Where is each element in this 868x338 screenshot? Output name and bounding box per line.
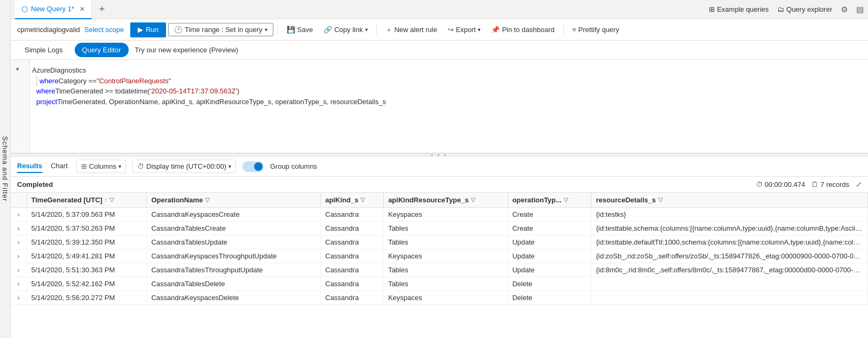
schema-filter-label: Schema and Filter [1, 136, 9, 202]
cell-apires-1: Tables [384, 222, 508, 235]
results-area: Results Chart ⊞ Columns ▾ ⏱ Display time… [11, 156, 868, 338]
add-tab-button[interactable]: + [94, 2, 110, 18]
select-scope-button[interactable]: Select scope [84, 26, 124, 34]
code-project-rest: TimeGenerated, OperationName, apiKind_s,… [57, 97, 386, 107]
filter-icon-0[interactable]: ▽ [109, 196, 114, 203]
toolbar-divider-1 [278, 25, 278, 35]
cell-op-3: CassandraKeyspacesThroughputUpdate [147, 249, 321, 263]
cell-api-5: Cassandra [321, 277, 384, 291]
panel-toggle-icon[interactable]: ▤ [856, 5, 864, 14]
run-button[interactable]: ▶ Run [130, 22, 166, 37]
row-expand-0[interactable]: › [11, 208, 27, 222]
tab-new-query[interactable]: ⬡ New Query 1* ✕ [15, 0, 92, 19]
export-icon: ↪ [448, 26, 454, 34]
results-table: TimeGenerated [UTC] ↑ ▽ OperationName ▽ [11, 193, 868, 305]
display-time-label: Display time (UTC+00:00) [146, 162, 226, 170]
example-queries-btn[interactable]: ⊞ Example queries [709, 5, 769, 13]
cell-res-3: {id:zoSb_,rid:zoSb_,self:offers/zoSb/,_t… [591, 249, 868, 263]
cell-optype-0: Create [508, 208, 591, 222]
table-row: › 5/14/2020, 5:39:12.350 PM CassandraTab… [11, 235, 868, 249]
cell-op-6: CassandraKeyspacesDelete [147, 291, 321, 305]
run-icon: ▶ [138, 26, 143, 34]
results-table-container: TimeGenerated [UTC] ↑ ▽ OperationName ▽ [11, 193, 868, 338]
pin-button[interactable]: 📌 Pin to dashboard [487, 23, 558, 36]
filter-icon-3[interactable]: ▽ [471, 196, 475, 203]
code-where-1-str: "ControlPlaneRequests" [97, 76, 171, 87]
example-queries-label: Example queries [717, 5, 769, 13]
code-line-1: AzureDiagnostics [32, 65, 862, 76]
filter-icon-4[interactable]: ▽ [564, 196, 568, 203]
time-range-label: Time range : Set in query [185, 26, 262, 34]
row-expand-4[interactable]: › [11, 263, 27, 277]
sort-icon[interactable]: ↑ [105, 197, 107, 203]
query-editor-area[interactable]: ▾ AzureDiagnostics where Category == "Co… [11, 60, 868, 153]
filter-icon-1[interactable]: ▽ [205, 196, 209, 203]
link-icon: 🔗 [323, 26, 332, 34]
new-alert-button[interactable]: ＋ New alert rule [381, 23, 441, 37]
export-button[interactable]: ↪ Export ▾ [444, 23, 485, 36]
scope-name: cpmetricdiaglogvalid [17, 26, 80, 34]
clock-icon-2: ⏱ [137, 162, 144, 170]
settings-icon[interactable]: ⚙ [841, 5, 848, 14]
status-bar: Completed ⏱ 00:00:00.474 🗒 7 records ⤢ [11, 177, 868, 193]
filter-icon-2[interactable]: ▽ [360, 196, 365, 203]
cell-res-5 [591, 277, 868, 291]
row-expand-3[interactable]: › [11, 249, 27, 263]
filter-icon-5[interactable]: ▽ [658, 196, 662, 203]
query-explorer-label: Query explorer [786, 5, 832, 13]
col-operation-name-label: OperationName [151, 196, 203, 204]
results-tab[interactable]: Results [17, 160, 42, 173]
row-expand-1[interactable]: › [11, 222, 27, 235]
time-elapsed: ⏱ 00:00:00.474 [756, 180, 806, 188]
row-expand-2[interactable]: › [11, 235, 27, 249]
query-editor-label: Query Editor [82, 46, 121, 54]
save-icon: 💾 [287, 26, 295, 34]
group-columns-toggle[interactable] [242, 161, 264, 172]
simple-logs-tab[interactable]: Simple Logs [17, 43, 70, 57]
copy-link-label: Copy link [334, 26, 362, 34]
row-expand-6[interactable]: › [11, 291, 27, 305]
table-header-row: TimeGenerated [UTC] ↑ ▽ OperationName ▽ [11, 193, 868, 208]
cell-apires-4: Tables [384, 263, 508, 277]
preview-link[interactable]: Try our new experience (Preview) [135, 46, 239, 54]
save-button[interactable]: 💾 Save [282, 23, 318, 36]
cell-time-6: 5/14/2020, 5:56:20.272 PM [27, 291, 147, 305]
code-line-3: where TimeGenerated >= todatetime( '2020… [36, 86, 862, 97]
copy-link-button[interactable]: 🔗 Copy link ▾ [319, 23, 372, 36]
time-range-button[interactable]: 🕐 Time range : Set in query ▾ [168, 23, 273, 36]
top-bar-right: ⊞ Example queries 🗂 Query explorer ⚙ ▤ [709, 5, 864, 14]
query-explorer-btn[interactable]: 🗂 Query explorer [777, 5, 832, 13]
pin-label: Pin to dashboard [502, 26, 554, 34]
alert-icon: ＋ [385, 25, 392, 35]
record-count: 🗒 7 records [811, 180, 849, 188]
collapse-button[interactable]: ▾ [14, 65, 21, 73]
table-row: › 5/14/2020, 5:51:30.363 PM CassandraTab… [11, 263, 868, 277]
prettify-icon: ≡ [572, 26, 577, 34]
code-line-4: project TimeGenerated, OperationName, ap… [36, 97, 862, 107]
col-apikind: apiKind_s ▽ [321, 193, 384, 208]
columns-button[interactable]: ⊞ Columns ▾ [76, 160, 126, 173]
row-expand-5[interactable]: › [11, 277, 27, 291]
tab-close-icon[interactable]: ✕ [80, 5, 85, 13]
clock-icon-3: ⏱ [756, 180, 763, 188]
query-editor-tab[interactable]: Query Editor [75, 43, 129, 57]
schema-filter-panel[interactable]: Schema and Filter [0, 0, 11, 338]
code-where-2: where [36, 86, 55, 97]
chart-tab[interactable]: Chart [51, 160, 68, 173]
cell-op-4: CassandraTablesThroughputUpdate [147, 263, 321, 277]
display-time-button[interactable]: ⏱ Display time (UTC+00:00) ▾ [132, 160, 236, 173]
save-label: Save [297, 26, 313, 34]
table-row: › 5/14/2020, 5:37:09.563 PM CassandraKey… [11, 208, 868, 222]
table-row: › 5/14/2020, 5:37:50.263 PM CassandraTab… [11, 222, 868, 235]
prettify-label: Prettify query [578, 26, 619, 34]
code-project: project [36, 97, 57, 107]
cell-time-1: 5/14/2020, 5:37:50.263 PM [27, 222, 147, 235]
col-operation-type-label: operationTyp... [512, 196, 562, 204]
editor-gutter [11, 60, 30, 153]
code-line-2: where Category == "ControlPlaneRequests" [36, 76, 862, 87]
prettify-button[interactable]: ≡ Prettify query [568, 23, 624, 36]
top-tab-bar: ⬡ New Query 1* ✕ + ⊞ Example queries 🗂 Q… [11, 0, 868, 19]
expand-icon[interactable]: ⤢ [856, 180, 862, 188]
cell-apires-3: Keyspaces [384, 249, 508, 263]
table-row: › 5/14/2020, 5:49:41.281 PM CassandraKey… [11, 249, 868, 263]
